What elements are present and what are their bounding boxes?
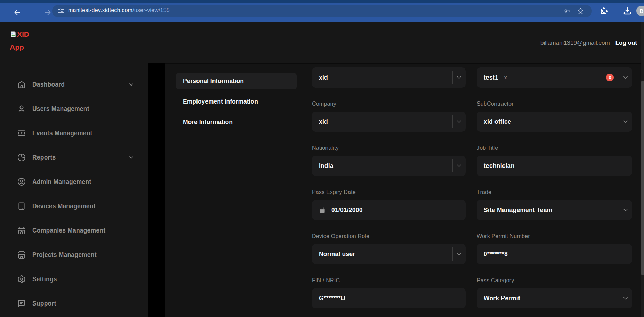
subcon-multiselect[interactable]: test1xx <box>477 67 632 88</box>
sidebar-item-settings[interactable]: Settings <box>0 267 148 291</box>
pass-category-select[interactable]: Work Permit <box>477 288 632 308</box>
broken-image-icon <box>10 31 16 38</box>
subcontractor-select[interactable]: xid office <box>477 112 632 132</box>
field-label: Job Title <box>477 145 632 151</box>
sidebar-item-projects-management[interactable]: Projects Management <box>0 243 148 267</box>
gear-icon <box>17 275 26 283</box>
form-field-group: Pass Expiry Date01/01/2000 <box>312 189 466 220</box>
password-key-icon[interactable] <box>564 7 571 15</box>
sidebar-item-label: Devices Management <box>32 203 96 210</box>
work-permit-number-field[interactable]: 0*******8 <box>477 244 632 264</box>
fin-nric-field[interactable]: G*******U <box>312 288 466 308</box>
browser-chrome: manitest-dev.xidtech.com/user-view/155 B <box>0 0 644 22</box>
form-field-group: Work Permit Number0*******8 <box>477 233 632 264</box>
sidebar-item-support[interactable]: Support <box>0 291 148 316</box>
field-label: Company <box>312 101 466 107</box>
tab-personal-information[interactable]: Personal Information <box>176 73 297 89</box>
home-icon <box>17 80 26 89</box>
dropdown-separator <box>452 115 453 128</box>
sidebar: XID App DashboardUsers ManagementEvents … <box>0 22 148 317</box>
scrollbar-thumb[interactable] <box>641 81 644 275</box>
page-scrollbar[interactable] <box>641 22 644 317</box>
chevron-down-icon[interactable] <box>622 74 629 81</box>
extensions-icon[interactable] <box>599 7 608 15</box>
chevron-down-icon[interactable] <box>456 251 462 258</box>
app-window: manitest-dev.xidtech.com/user-view/155 B… <box>0 0 644 317</box>
clear-selection-icon[interactable]: x <box>606 74 614 81</box>
field-label: Pass Expiry Date <box>312 189 466 195</box>
sidebar-nav: DashboardUsers ManagementEvents Manageme… <box>0 72 148 316</box>
pie-chart-icon <box>17 153 26 162</box>
sidebar-item-label: Admin Management <box>32 178 91 186</box>
field-label: SubContractor <box>477 101 632 107</box>
device-operation-role-select[interactable]: Normal user <box>312 244 466 264</box>
form-field-group: test1xx <box>477 67 632 88</box>
dropdown-separator <box>619 115 619 128</box>
ticket-icon <box>17 129 26 137</box>
chevron-down-icon[interactable] <box>128 154 135 161</box>
app-logo[interactable]: XID App <box>10 31 41 51</box>
pass-expiry-date-field[interactable]: 01/01/2000 <box>312 200 466 220</box>
url-text[interactable]: manitest-dev.xidtech.com/user-view/155 <box>68 7 170 14</box>
field-value: 01/01/2000 <box>331 206 363 214</box>
field-value: 0*******8 <box>484 251 508 258</box>
field-value: G*******U <box>319 295 345 302</box>
company-select[interactable]: xid <box>312 112 466 132</box>
chevron-down-icon[interactable] <box>622 206 629 213</box>
sidebar-item-admin-management[interactable]: Admin Management <box>0 170 148 194</box>
sidebar-item-reports[interactable]: Reports <box>0 145 148 170</box>
trade-select[interactable]: Site Management Team <box>477 200 632 220</box>
tab-more-information[interactable]: More Information <box>176 114 297 130</box>
sidebar-item-companies-management[interactable]: Companies Management <box>0 218 148 243</box>
field-value: xid <box>319 118 328 125</box>
sidebar-item-label: Events Management <box>32 130 92 137</box>
downloads-icon[interactable] <box>623 7 631 15</box>
field-value: India <box>319 162 333 170</box>
browser-forward-icon[interactable] <box>44 8 52 16</box>
browser-profile-avatar[interactable]: B <box>636 6 644 16</box>
chevron-down-icon[interactable] <box>622 118 629 125</box>
browser-back-icon[interactable] <box>13 8 21 16</box>
chevron-down-icon[interactable] <box>128 81 135 88</box>
sidebar-item-label: Projects Management <box>32 251 97 259</box>
field-value: Normal user <box>319 251 355 258</box>
field-label: Trade <box>477 189 632 195</box>
chevron-down-icon[interactable] <box>622 295 629 302</box>
url-bar[interactable]: manitest-dev.xidtech.com/user-view/155 <box>52 5 592 17</box>
chevron-down-icon[interactable] <box>456 118 462 125</box>
nationality-select[interactable]: India <box>312 156 466 176</box>
store-icon <box>17 226 26 235</box>
sidebar-item-devices-management[interactable]: Devices Management <box>0 194 148 218</box>
job-title-field[interactable]: technician <box>477 156 632 176</box>
project-select[interactable]: xid <box>312 67 466 88</box>
chevron-down-icon[interactable] <box>456 162 462 169</box>
tag-remove-icon[interactable]: x <box>504 75 507 80</box>
chevron-down-icon[interactable] <box>456 74 462 81</box>
sidebar-item-users-management[interactable]: Users Management <box>0 97 148 121</box>
field-label: Nationality <box>312 145 466 151</box>
chat-icon <box>17 299 26 308</box>
field-value: test1 <box>484 74 498 81</box>
sidebar-item-dashboard[interactable]: Dashboard <box>0 72 148 97</box>
form-column-left: xidCompanyxidNationalityIndiaPass Expiry… <box>312 67 466 317</box>
chrome-divider <box>615 6 615 15</box>
field-label: Device Operation Role <box>312 233 466 239</box>
bookmark-star-icon[interactable] <box>577 7 584 15</box>
user-icon <box>17 105 26 113</box>
site-settings-icon[interactable] <box>58 8 64 14</box>
field-value: xid <box>319 74 328 81</box>
form-field-group: SubContractorxid office <box>477 101 632 132</box>
logo-text-line2: App <box>10 43 41 51</box>
logout-button[interactable]: Log out <box>615 40 637 47</box>
sidebar-item-label: Support <box>32 300 56 307</box>
field-value: Work Permit <box>484 295 520 302</box>
form-field-group: NationalityIndia <box>312 145 466 176</box>
tab-employement-information[interactable]: Employement Information <box>176 94 297 110</box>
dropdown-separator <box>452 71 453 84</box>
sidebar-item-events-management[interactable]: Events Management <box>0 121 148 145</box>
sidebar-item-label: Settings <box>32 276 57 283</box>
browser-tabstrip <box>0 0 644 3</box>
logo-text-line1: XID <box>17 30 29 38</box>
form-field-group: Companyxid <box>312 101 466 132</box>
dropdown-separator <box>619 71 619 84</box>
